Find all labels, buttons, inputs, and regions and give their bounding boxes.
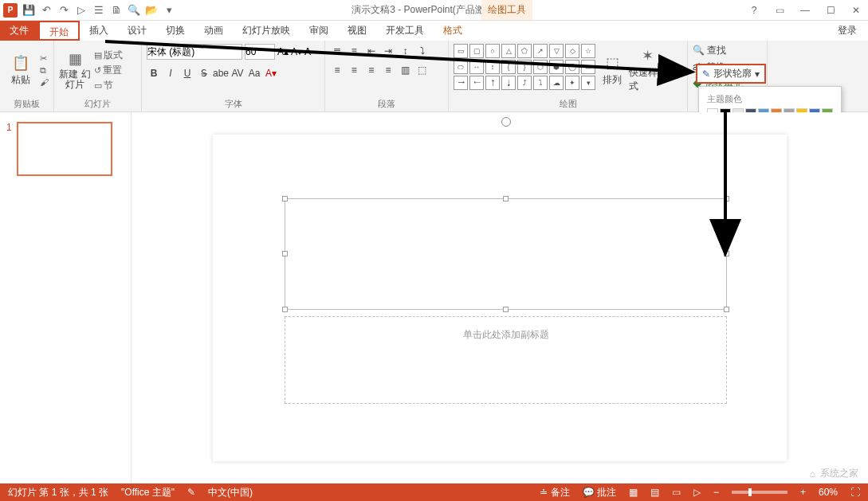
tab-format[interactable]: 格式 bbox=[434, 21, 472, 41]
italic-icon[interactable]: I bbox=[163, 66, 178, 80]
notes-button[interactable]: ≐ 备注 bbox=[540, 486, 569, 499]
tab-file[interactable]: 文件 bbox=[0, 21, 38, 41]
paste-button[interactable]: 📋 粘贴 bbox=[5, 44, 37, 96]
undo-icon[interactable]: ↶ bbox=[40, 4, 53, 17]
cut-icon[interactable]: ✂ bbox=[40, 53, 49, 64]
normal-view-icon[interactable]: ▦ bbox=[629, 487, 638, 498]
underline-icon[interactable]: U bbox=[180, 66, 194, 80]
shape-outline-button[interactable]: ✎ 形状轮廓 ▾ bbox=[696, 64, 766, 84]
font-color-icon[interactable]: A▾ bbox=[264, 66, 278, 80]
minimize-icon[interactable]: — bbox=[796, 5, 814, 16]
pen-icon: ✎ bbox=[702, 68, 710, 80]
group-label: 剪贴板 bbox=[5, 96, 49, 110]
slideshow-view-icon[interactable]: ▷ bbox=[693, 487, 701, 498]
smartart-icon[interactable]: ⬚ bbox=[415, 63, 430, 77]
align-left-icon[interactable]: ≡ bbox=[330, 63, 344, 77]
spellcheck-icon[interactable]: ✎ bbox=[187, 487, 195, 498]
align-center-icon[interactable]: ≡ bbox=[347, 63, 361, 77]
indent-out-icon[interactable]: ⇤ bbox=[364, 44, 379, 58]
work-area: 1 单击此处添加副标题 bbox=[0, 112, 868, 483]
comments-button[interactable]: 💬 批注 bbox=[583, 486, 616, 499]
font-size-input[interactable] bbox=[245, 44, 275, 60]
start-show-icon[interactable]: ▷ bbox=[75, 4, 88, 17]
tab-view[interactable]: 视图 bbox=[338, 21, 376, 41]
bold-icon[interactable]: B bbox=[147, 66, 161, 80]
char-spacing-icon[interactable]: AV bbox=[230, 66, 245, 80]
format-painter-icon[interactable]: 🖌 bbox=[40, 77, 49, 87]
ribbon-collapse-icon[interactable]: ▭ bbox=[771, 5, 788, 16]
change-case-icon[interactable]: Aa bbox=[247, 66, 261, 80]
tab-devtools[interactable]: 开发工具 bbox=[376, 21, 434, 41]
justify-icon[interactable]: ≡ bbox=[381, 63, 395, 77]
text-dir-icon[interactable]: ⤵ bbox=[415, 44, 430, 58]
quick-styles-button[interactable]: ✶ 快速样式 bbox=[629, 44, 666, 96]
open-icon[interactable]: 📂 bbox=[145, 4, 158, 17]
new-icon[interactable]: 🗎 bbox=[110, 4, 123, 17]
columns-icon[interactable]: ▥ bbox=[398, 63, 412, 77]
slide-canvas[interactable]: 单击此处添加副标题 bbox=[132, 112, 868, 483]
tab-review[interactable]: 审阅 bbox=[300, 21, 338, 41]
theme-colors-label: 主题颜色 bbox=[699, 92, 841, 108]
touch-mode-icon[interactable]: ☰ bbox=[92, 4, 105, 17]
zoom-in-icon[interactable]: + bbox=[800, 487, 806, 498]
print-preview-icon[interactable]: 🔍 bbox=[128, 4, 140, 17]
slide-thumbnail-pane: 1 bbox=[0, 112, 132, 483]
grow-font-icon[interactable]: A▴ bbox=[277, 46, 289, 57]
slide: 单击此处添加副标题 bbox=[213, 135, 787, 461]
redo-icon[interactable]: ↷ bbox=[57, 4, 70, 17]
sorter-view-icon[interactable]: ▤ bbox=[650, 487, 659, 498]
clear-format-icon[interactable]: A̶ bbox=[304, 46, 311, 57]
close-icon[interactable]: ✕ bbox=[847, 5, 865, 16]
reset-button[interactable]: ↺ 重置 bbox=[94, 64, 123, 77]
strike-icon[interactable]: S̶ bbox=[197, 66, 211, 80]
tab-transition[interactable]: 切换 bbox=[156, 21, 194, 41]
paste-icon: 📋 bbox=[12, 54, 29, 72]
zoom-level[interactable]: 60% bbox=[819, 487, 838, 498]
shadow-icon[interactable]: abe bbox=[214, 66, 228, 80]
tab-animation[interactable]: 动画 bbox=[194, 21, 233, 41]
group-label: 段落 bbox=[330, 96, 443, 110]
copy-icon[interactable]: ⧉ bbox=[40, 65, 49, 76]
bullets-icon[interactable]: ≣ bbox=[330, 44, 344, 58]
find-button[interactable]: 🔍 查找 bbox=[693, 44, 743, 57]
contextual-tab-label: 绘图工具 bbox=[481, 0, 532, 20]
group-label: 绘图 bbox=[454, 96, 682, 110]
subtitle-placeholder[interactable]: 单击此处添加副标题 bbox=[285, 316, 727, 404]
indent-in-icon[interactable]: ⇥ bbox=[381, 44, 395, 58]
arrange-button[interactable]: ⬚ 排列 bbox=[599, 44, 626, 96]
title-placeholder[interactable] bbox=[285, 198, 727, 310]
group-label: 幻灯片 bbox=[59, 96, 136, 110]
fit-window-icon[interactable]: ⛶ bbox=[850, 487, 860, 498]
help-icon[interactable]: ? bbox=[745, 5, 763, 16]
zoom-slider[interactable] bbox=[732, 491, 787, 494]
reading-view-icon[interactable]: ▭ bbox=[672, 487, 681, 498]
titlebar: P 💾 ↶ ↷ ▷ ☰ 🗎 🔍 📂 ▾ 演示文稿3 - PowerPoint(产… bbox=[0, 0, 868, 21]
save-icon[interactable]: 💾 bbox=[22, 4, 35, 17]
tab-home[interactable]: 开始 bbox=[38, 21, 80, 41]
line-spacing-icon[interactable]: ↕ bbox=[398, 44, 412, 58]
paste-label: 粘贴 bbox=[11, 73, 30, 87]
shapes-gallery[interactable]: ▭▢○△⬠↗▽◇☆ ⬭↔↕{}⬡⬢◯▱ ⭢⭠⭡⭣⤴⤵☁✦▾ bbox=[454, 44, 595, 96]
align-right-icon[interactable]: ≡ bbox=[364, 63, 379, 77]
tab-slideshow[interactable]: 幻灯片放映 bbox=[233, 21, 300, 41]
language[interactable]: 中文(中国) bbox=[208, 486, 253, 499]
font-name-input[interactable] bbox=[147, 44, 242, 60]
maximize-icon[interactable]: ☐ bbox=[822, 5, 839, 16]
login-link[interactable]: 登录 bbox=[838, 24, 868, 37]
section-button[interactable]: ▭ 节 bbox=[94, 79, 123, 92]
watermark: ⌂ 系统之家 bbox=[810, 467, 858, 480]
numbering-icon[interactable]: ≡ bbox=[347, 44, 361, 58]
tab-design[interactable]: 设计 bbox=[118, 21, 156, 41]
qat-dropdown-icon[interactable]: ▾ bbox=[163, 4, 175, 17]
rotate-handle-icon[interactable] bbox=[501, 117, 511, 127]
ribbon-tabs: 文件 开始 插入 设计 切换 动画 幻灯片放映 审阅 视图 开发工具 格式 登录 bbox=[0, 21, 868, 41]
slide-thumbnail[interactable] bbox=[17, 122, 112, 176]
zoom-out-icon[interactable]: − bbox=[713, 487, 719, 498]
shape-outline-label: 形状轮廓 bbox=[713, 67, 752, 80]
status-bar: 幻灯片 第 1 张，共 1 张 "Office 主题" ✎ 中文(中国) ≐ 备… bbox=[0, 483, 868, 501]
shrink-font-icon[interactable]: A▾ bbox=[291, 46, 302, 57]
layout-button[interactable]: ▤ 版式 bbox=[94, 49, 123, 62]
new-slide-icon: ▦ bbox=[69, 50, 82, 68]
tab-insert[interactable]: 插入 bbox=[80, 21, 118, 41]
new-slide-button[interactable]: ▦ 新建 幻灯片 bbox=[59, 44, 91, 96]
